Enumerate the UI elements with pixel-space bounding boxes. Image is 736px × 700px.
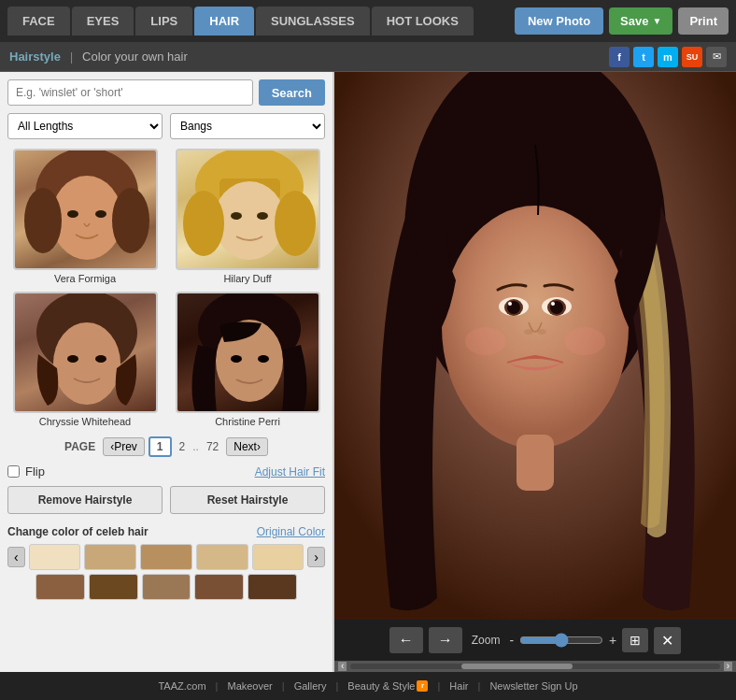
color-swatch-10[interactable]	[248, 574, 297, 600]
hair-thumb-vera	[13, 149, 158, 270]
svg-point-11	[231, 212, 242, 220]
scroll-left-btn[interactable]: ‹	[338, 662, 347, 671]
svg-point-35	[564, 327, 605, 355]
hair-item-chryssie[interactable]: Chryssie Whitehead	[7, 292, 163, 427]
crop-icon-button[interactable]: ⊞	[622, 628, 648, 652]
reset-hairstyle-button[interactable]: Reset Hairstyle	[170, 486, 325, 514]
nav-tabs: FACE EYES LIPS HAIR SUNGLASSES HOT LOOKS	[7, 7, 474, 36]
pagination: PAGE ‹Prev 1 2 .. 72 Next›	[7, 436, 325, 457]
flip-row: Flip Adjust Hair Fit	[7, 464, 325, 479]
hair-item-hilary[interactable]: Hilary Duff	[170, 149, 325, 284]
bottom-gallery-link[interactable]: Gallery	[294, 680, 327, 692]
color-swatch-1[interactable]	[29, 544, 81, 570]
pan-left-button[interactable]: ←	[389, 627, 423, 653]
stumbleupon-icon[interactable]: SU	[682, 47, 702, 67]
svg-point-23	[442, 206, 629, 449]
color-swatch-9[interactable]	[194, 574, 244, 600]
hair-name-vera: Vera Formiga	[54, 273, 116, 284]
hair-name-christine: Christine Perri	[215, 416, 280, 427]
svg-point-14	[53, 322, 120, 405]
bottom-beauty-style-link[interactable]: Beauty & Style r	[347, 680, 428, 692]
svg-point-10	[275, 191, 316, 256]
hair-thumb-christine	[176, 292, 320, 413]
color-swatch-5[interactable]	[252, 544, 304, 570]
hair-thumb-hilary	[176, 149, 320, 270]
print-button[interactable]: Print	[678, 7, 729, 35]
hair-thumb-chryssie	[13, 292, 158, 413]
photo-area	[334, 72, 736, 620]
bottom-taaz-link[interactable]: TAAZ.com	[158, 680, 205, 692]
bottom-bar: TAAZ.com | Makeover | Gallery | Beauty &…	[0, 672, 736, 700]
color-scroll-left-1[interactable]: ‹	[7, 547, 25, 567]
color-scroll-right-1[interactable]: ›	[307, 547, 325, 567]
svg-point-12	[257, 212, 268, 220]
svg-point-19	[231, 355, 242, 363]
color-swatch-3[interactable]	[140, 544, 192, 570]
facebook-icon[interactable]: f	[609, 47, 630, 67]
length-filter[interactable]: All Lengths Short Medium Long	[7, 113, 163, 139]
top-action-buttons: New Photo Save ▼ Print	[515, 7, 729, 35]
tab-hair[interactable]: HAIR	[194, 7, 254, 36]
hair-name-hilary: Hilary Duff	[223, 273, 271, 284]
new-photo-button[interactable]: New Photo	[515, 7, 603, 35]
close-button[interactable]: ✕	[654, 627, 681, 654]
tab-hot-looks[interactable]: HOT LOOKS	[372, 7, 474, 36]
breadcrumb-color-link[interactable]: Color your own hair	[82, 50, 188, 64]
original-color-link[interactable]: Original Color	[257, 525, 325, 538]
next-page-button[interactable]: Next›	[226, 437, 268, 456]
zoom-minus-label: -	[509, 633, 514, 648]
right-panel: ← → Zoom - + ⊞ ✕ ‹ ›	[334, 72, 736, 672]
prev-page-button[interactable]: ‹Prev	[103, 437, 145, 456]
flip-label[interactable]: Flip	[25, 464, 45, 479]
flip-checkbox[interactable]	[7, 465, 20, 478]
adjust-hair-fit-link[interactable]: Adjust Hair Fit	[255, 465, 325, 479]
color-section: Change color of celeb hair Original Colo…	[7, 525, 325, 600]
zoom-slider[interactable]	[519, 633, 603, 648]
hair-grid: Vera Formiga	[7, 149, 325, 427]
email-icon[interactable]: ✉	[706, 47, 727, 67]
style-filter[interactable]: Bangs No Bangs Curly Straight Wavy	[170, 113, 325, 139]
hair-item-christine[interactable]: Christine Perri	[170, 292, 325, 427]
scroll-right-btn[interactable]: ›	[724, 662, 732, 671]
bottom-sep-4: |	[437, 680, 440, 692]
page-next-num[interactable]: 2	[176, 438, 190, 455]
myspace-icon[interactable]: m	[658, 47, 678, 67]
search-input[interactable]	[7, 79, 253, 106]
svg-point-5	[95, 210, 106, 218]
color-swatches-row2	[35, 574, 297, 600]
color-swatch-7[interactable]	[89, 574, 138, 600]
svg-point-1	[51, 176, 122, 260]
page-last[interactable]: 72	[203, 438, 222, 455]
tab-lips[interactable]: LIPS	[135, 7, 192, 36]
filter-row: All Lengths Short Medium Long Bangs No B…	[7, 113, 325, 139]
color-swatch-4[interactable]	[196, 544, 248, 570]
page-label: PAGE	[64, 440, 95, 453]
search-button[interactable]: Search	[259, 79, 325, 106]
pan-right-button[interactable]: →	[429, 627, 462, 653]
color-header: Change color of celeb hair Original Colo…	[7, 525, 325, 538]
svg-point-32	[524, 329, 533, 335]
zoom-label: Zoom	[472, 634, 501, 647]
bottom-sep-1: |	[216, 680, 219, 692]
bottom-makeover-link[interactable]: Makeover	[227, 680, 272, 692]
bottom-sep-2: |	[282, 680, 285, 692]
save-button[interactable]: Save ▼	[609, 7, 672, 35]
tab-sunglasses[interactable]: SUNGLASSES	[256, 7, 370, 36]
color-swatch-8[interactable]	[142, 574, 191, 600]
color-swatches-row1	[29, 544, 304, 570]
color-title: Change color of celeb hair	[7, 525, 149, 538]
scroll-thumb[interactable]	[461, 664, 573, 669]
hair-item-vera[interactable]: Vera Formiga	[7, 149, 163, 284]
tab-eyes[interactable]: EYES	[72, 7, 134, 36]
scroll-track	[350, 664, 719, 669]
color-swatch-6[interactable]	[35, 574, 85, 600]
twitter-icon[interactable]: t	[633, 47, 654, 67]
color-swatch-2[interactable]	[84, 544, 136, 570]
bottom-newsletter-link[interactable]: Newsletter Sign Up	[489, 680, 577, 692]
tab-face[interactable]: FACE	[7, 7, 70, 36]
bottom-hair-link[interactable]: Hair	[449, 680, 468, 692]
remove-hairstyle-button[interactable]: Remove Hairstyle	[7, 486, 163, 514]
zoom-plus-label: +	[609, 633, 616, 648]
breadcrumb-active: Hairstyle	[9, 50, 61, 64]
svg-point-31	[551, 302, 555, 306]
